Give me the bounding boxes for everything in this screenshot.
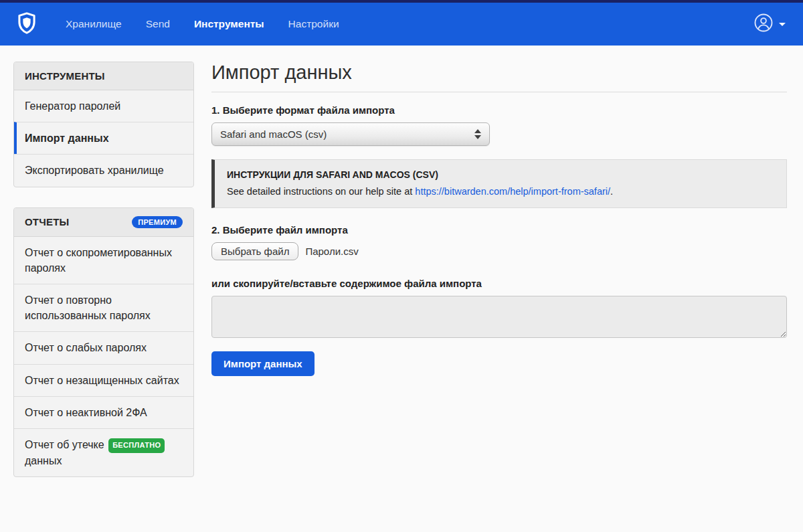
sidebar-item-data-breach-report[interactable]: Отчет об утечке БЕСПЛАТНО данных — [14, 428, 193, 476]
tools-card-header: ИНСТРУМЕНТЫ — [14, 62, 193, 90]
nav-item-send[interactable]: Send — [146, 18, 170, 30]
step1-label: 1. Выберите формат файла импорта — [211, 104, 787, 116]
nav-item-vault[interactable]: Хранилище — [66, 18, 122, 30]
file-contents-textarea[interactable] — [211, 296, 787, 338]
import-format-selected-value: Safari and macOS (csv) — [220, 128, 474, 140]
sidebar-item-exposed-passwords-report[interactable]: Отчет о скопрометированных паролях — [14, 237, 193, 284]
page-title: Импорт данных — [211, 62, 787, 92]
user-circle-icon — [753, 13, 774, 35]
chevron-down-icon — [779, 23, 786, 26]
import-data-button[interactable]: Импорт данных — [211, 351, 315, 376]
nav-item-settings[interactable]: Настройки — [288, 18, 339, 30]
reports-card: ОТЧЕТЫ ПРЕМИУМ Отчет о скопрометированны… — [13, 207, 194, 477]
tools-header-label: ИНСТРУМЕНТЫ — [25, 70, 105, 82]
free-badge: БЕСПЛАТНО — [108, 438, 165, 453]
step2-label: 2. Выберите файл импорта — [211, 224, 787, 236]
sidebar-item-import-data[interactable]: Импорт данных — [14, 122, 193, 154]
import-data-panel: Импорт данных 1. Выберите формат файла и… — [211, 62, 787, 376]
page-content: ИНСТРУМЕНТЫ Генератор паролей Импорт дан… — [0, 46, 803, 477]
sidebar-item-reused-passwords-report[interactable]: Отчет о повторно использованных паролях — [14, 284, 193, 331]
primary-nav: Хранилище Send Инструменты Настройки — [66, 18, 339, 30]
sidebar: ИНСТРУМЕНТЫ Генератор паролей Импорт дан… — [13, 62, 194, 477]
sidebar-item-inactive-2fa-report[interactable]: Отчет о неактивной 2ФА — [14, 396, 193, 428]
instructions-text-suffix: . — [610, 186, 613, 197]
instructions-callout-body: See detailed instructions on our help si… — [227, 186, 774, 197]
bitwarden-logo[interactable] — [17, 13, 37, 35]
reports-card-header: ОТЧЕТЫ ПРЕМИУМ — [14, 208, 193, 237]
import-format-select[interactable]: Safari and macOS (csv) — [211, 122, 490, 146]
instructions-callout-title: ИНСТРУКЦИИ ДЛЯ SAFARI AND MACOS (CSV) — [227, 169, 774, 180]
selected-file-name: Пароли.csv — [305, 246, 358, 257]
sidebar-item-password-generator[interactable]: Генератор паролей — [14, 90, 193, 122]
sidebar-item-unsecured-websites-report[interactable]: Отчет о незащищенных сайтах — [14, 364, 193, 396]
sidebar-item-export-vault[interactable]: Экспортировать хранилище — [14, 154, 193, 186]
paste-contents-label: или скопируйте/вставьте содержимое файла… — [211, 278, 787, 289]
choose-file-button[interactable]: Выбрать файл — [211, 242, 298, 260]
tools-card: ИНСТРУМЕНТЫ Генератор паролей Импорт дан… — [13, 62, 194, 187]
premium-badge: ПРЕМИУМ — [132, 216, 183, 228]
data-breach-report-label-end: данных — [25, 455, 62, 466]
select-stepper-icon — [474, 129, 481, 139]
reports-header-label: ОТЧЕТЫ — [25, 216, 69, 228]
import-file-input: Выбрать файл Пароли.csv — [211, 242, 787, 260]
help-site-link[interactable]: https://bitwarden.com/help/import-from-s… — [415, 186, 610, 197]
instructions-text: See detailed instructions on our help si… — [227, 186, 415, 197]
bitwarden-shield-icon — [17, 12, 36, 37]
account-menu-button[interactable] — [753, 13, 786, 35]
nav-item-tools[interactable]: Инструменты — [194, 18, 264, 30]
data-breach-report-label-start: Отчет об утечке — [25, 439, 104, 450]
sidebar-item-weak-passwords-report[interactable]: Отчет о слабых паролях — [14, 331, 193, 363]
top-navbar: Хранилище Send Инструменты Настройки — [0, 3, 803, 46]
instructions-callout: ИНСТРУКЦИИ ДЛЯ SAFARI AND MACOS (CSV) Se… — [211, 159, 787, 208]
